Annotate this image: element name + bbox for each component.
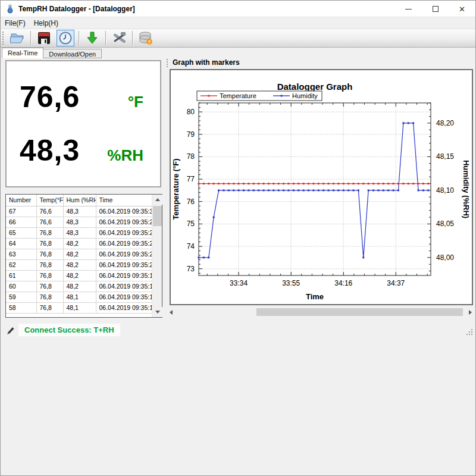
datalogger-chart: 737475767778798048,0048,0548,1048,1548,2… xyxy=(171,70,472,304)
svg-text:48,15: 48,15 xyxy=(436,152,454,161)
download-arrow-icon xyxy=(85,31,99,45)
svg-text:73: 73 xyxy=(187,265,195,273)
svg-text:75: 75 xyxy=(187,220,195,228)
svg-text:33:34: 33:34 xyxy=(230,279,248,287)
toolbar-separator xyxy=(105,31,106,45)
svg-text:34:37: 34:37 xyxy=(387,279,405,287)
svg-text:77: 77 xyxy=(187,175,195,183)
device-help-button[interactable]: ? xyxy=(137,30,155,46)
table-row[interactable]: 6676,648,306.04.2019 09:35:29 xyxy=(6,217,152,227)
floppy-disk-icon xyxy=(37,31,51,45)
close-button[interactable]: ✕ xyxy=(449,1,475,17)
table-vertical-scrollbar[interactable] xyxy=(152,195,162,317)
tab-download-open[interactable]: Download/Open xyxy=(43,49,102,58)
save-button[interactable] xyxy=(35,30,53,46)
table-row[interactable]: 5876,848,106.04.2019 09:35:12 xyxy=(6,302,152,313)
arrow-up-icon xyxy=(155,198,160,201)
clock-icon xyxy=(58,31,73,45)
scroll-left-button[interactable] xyxy=(166,308,176,317)
table-row[interactable]: 6476,848,206.04.2019 09:35:25 xyxy=(6,238,152,249)
svg-text:Datalogger Graph: Datalogger Graph xyxy=(277,82,353,92)
svg-text:?: ? xyxy=(148,39,151,45)
table-row[interactable]: 6576,848,306.04.2019 09:35:27 xyxy=(6,227,152,238)
toolbar-separator xyxy=(30,31,31,45)
humidity-unit: %RH xyxy=(107,146,143,165)
svg-text:Humidity (%RH): Humidity (%RH) xyxy=(462,160,471,218)
scroll-thumb[interactable] xyxy=(153,206,162,226)
readings-table-panel: NumberTemp(°F)Hum (%RH)Time 6776,648,306… xyxy=(5,194,162,318)
svg-text:74: 74 xyxy=(187,242,195,250)
svg-text:Time: Time xyxy=(306,292,324,301)
readout-panel: 76,6 °F 48,3 %RH xyxy=(5,60,161,187)
tab-strip: Real-Time Download/Open xyxy=(2,48,102,58)
humidity-readout: 48,3 %RH xyxy=(7,133,160,168)
svg-text:34:16: 34:16 xyxy=(334,279,352,287)
svg-text:79: 79 xyxy=(187,130,195,139)
menu-bar: File(F) Help(H) xyxy=(1,18,475,29)
humidity-value: 48,3 xyxy=(20,133,80,168)
temperature-unit: °F xyxy=(128,93,143,111)
app-window: TempRH Datalogger - [Datalogger] ✕ File(… xyxy=(0,0,476,476)
title-bar: TempRH Datalogger - [Datalogger] ✕ xyxy=(1,1,475,17)
temperature-readout: 76,6 °F xyxy=(7,80,160,114)
scroll-up-button[interactable] xyxy=(152,195,162,205)
column-header[interactable]: Number xyxy=(6,195,36,206)
arrow-down-icon xyxy=(155,311,160,314)
scroll-thumb[interactable] xyxy=(256,308,463,316)
pen-icon xyxy=(7,325,16,334)
svg-text:Temperature (°F): Temperature (°F) xyxy=(171,158,180,220)
svg-text:Humidity: Humidity xyxy=(292,92,318,99)
minimize-icon xyxy=(405,9,412,10)
settings-button[interactable] xyxy=(110,30,128,46)
column-header[interactable]: Hum (%RH) xyxy=(63,195,96,206)
minimize-button[interactable] xyxy=(395,1,422,17)
window-title: TempRH Datalogger - [Datalogger] xyxy=(18,5,135,13)
table-header-row: NumberTemp(°F)Hum (%RH)Time xyxy=(6,195,152,206)
table-row[interactable]: 6776,648,306.04.2019 09:35:31 xyxy=(6,206,152,217)
svg-text:Temperature: Temperature xyxy=(220,92,256,99)
svg-text:48,10: 48,10 xyxy=(436,186,454,195)
column-header[interactable]: Temp(°F) xyxy=(36,195,63,206)
arrow-right-icon xyxy=(469,310,472,315)
graph-horizontal-scrollbar[interactable] xyxy=(166,308,475,317)
svg-text:48,00: 48,00 xyxy=(436,253,454,262)
table-row[interactable]: 6176,848,206.04.2019 09:35:18 xyxy=(6,270,152,281)
table-row[interactable]: 6276,848,206.04.2019 09:35:21 xyxy=(6,259,152,270)
menu-help[interactable]: Help(H) xyxy=(30,18,62,28)
tab-real-time[interactable]: Real-Time xyxy=(2,48,43,58)
arrow-left-icon xyxy=(170,310,173,315)
table-body: 6776,648,306.04.2019 09:35:316676,648,30… xyxy=(6,206,152,313)
table-row[interactable]: 6376,848,206.04.2019 09:35:23 xyxy=(6,249,152,259)
toolbar-grip[interactable] xyxy=(2,31,5,45)
maximize-button[interactable] xyxy=(422,1,449,17)
app-icon xyxy=(5,4,15,14)
download-data-button[interactable] xyxy=(83,30,101,46)
database-question-icon: ? xyxy=(138,31,154,45)
svg-text:78: 78 xyxy=(187,152,195,161)
scroll-down-button[interactable] xyxy=(152,307,162,317)
svg-text:80: 80 xyxy=(187,108,195,116)
column-header[interactable]: Time xyxy=(96,195,152,206)
scroll-right-button[interactable] xyxy=(465,308,475,317)
toolbar: ? xyxy=(1,29,475,48)
table-row[interactable]: 5976,848,106.04.2019 09:35:14 xyxy=(6,292,152,302)
tools-icon xyxy=(111,31,127,45)
graph-box: 737475767778798048,0048,0548,1048,1548,2… xyxy=(170,69,473,305)
close-icon: ✕ xyxy=(459,5,465,13)
status-message: Connect Success: T+RH xyxy=(18,324,120,336)
graph-panel-grip[interactable] xyxy=(166,58,169,67)
realtime-button[interactable] xyxy=(57,30,74,46)
maximize-icon xyxy=(433,6,439,12)
readings-table: NumberTemp(°F)Hum (%RH)Time 6776,648,306… xyxy=(6,195,152,314)
svg-text:48,20: 48,20 xyxy=(436,119,454,127)
toolbar-separator xyxy=(79,31,79,45)
svg-text:33:55: 33:55 xyxy=(282,279,300,287)
table-row[interactable]: 6076,848,206.04.2019 09:35:16 xyxy=(6,281,152,292)
status-bar: Connect Success: T+RH xyxy=(1,321,475,339)
temperature-value: 76,6 xyxy=(20,80,80,114)
svg-text:76: 76 xyxy=(187,198,195,206)
open-file-button[interactable] xyxy=(8,30,26,46)
toolbar-separator xyxy=(132,31,133,45)
menu-file[interactable]: File(F) xyxy=(1,18,30,28)
resize-grip-icon[interactable] xyxy=(465,328,474,336)
